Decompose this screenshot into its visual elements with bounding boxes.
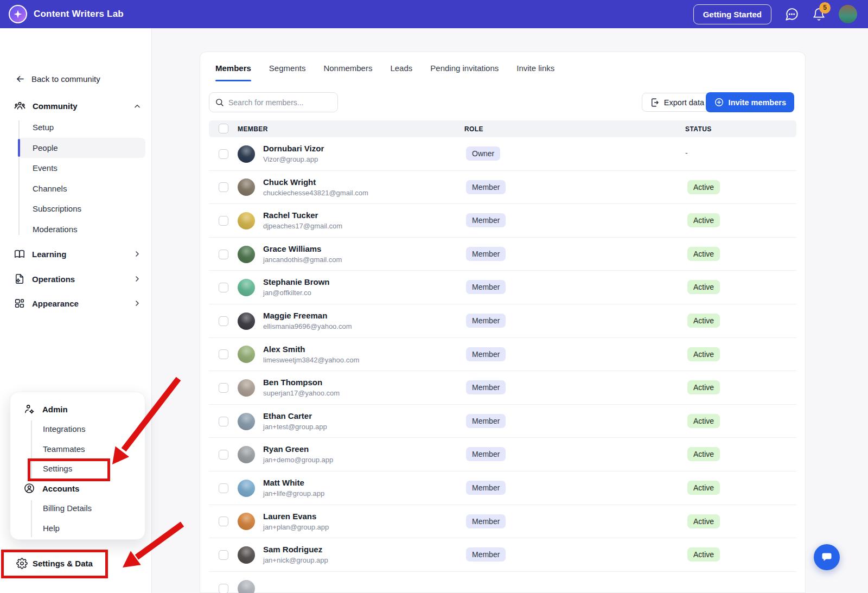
export-data-button[interactable]: Export data bbox=[642, 93, 712, 112]
sidebar-section-community[interactable]: Community bbox=[14, 100, 142, 112]
members-table-body: Dornubari Vizor Vizor@group.app Owner - … bbox=[209, 137, 796, 593]
messages-button[interactable] bbox=[784, 7, 799, 22]
member-avatar bbox=[238, 246, 255, 263]
sidebar-item-label: Subscriptions bbox=[33, 204, 81, 213]
operations-section-label: Operations bbox=[32, 275, 75, 284]
sidebar-item[interactable]: People bbox=[18, 138, 145, 158]
row-checkbox[interactable] bbox=[219, 483, 228, 493]
status-badge: Active bbox=[687, 314, 720, 328]
table-row: Ethan Carter jan+test@group.app Member A… bbox=[209, 405, 796, 438]
row-checkbox[interactable] bbox=[219, 283, 228, 292]
app-logo bbox=[9, 5, 27, 23]
row-checkbox[interactable] bbox=[219, 149, 228, 159]
accounts-subitem[interactable]: Billing Details bbox=[10, 499, 145, 519]
settings-and-data-link[interactable]: Settings & Data bbox=[16, 558, 93, 569]
sidebar-item[interactable]: Moderations bbox=[18, 219, 145, 240]
table-header: MEMBER ROLE STATUS bbox=[209, 120, 796, 137]
search-input[interactable] bbox=[228, 98, 332, 107]
tab[interactable]: Nonmembers bbox=[323, 63, 372, 75]
member-email: chuckiechesse43821@gmail.com bbox=[263, 189, 368, 197]
sidebar-section-learning[interactable]: Learning bbox=[14, 244, 142, 264]
sidebar-item[interactable]: Setup bbox=[18, 117, 145, 138]
table-row: Stephanie Brown jan@offkilter.co Member … bbox=[209, 271, 796, 304]
member-email: jan+test@group.app bbox=[263, 423, 327, 431]
notifications-button[interactable]: 5 bbox=[812, 8, 826, 21]
member-email: superjan17@yahoo.com bbox=[263, 389, 340, 397]
column-header-status: STATUS bbox=[685, 125, 712, 133]
members-tabs: Members Segments Nonmembers Leads Pendin… bbox=[215, 63, 554, 75]
gear-icon bbox=[16, 558, 28, 569]
member-name: Lauren Evans bbox=[263, 512, 316, 521]
select-all-checkbox[interactable] bbox=[219, 124, 228, 133]
account-circle-icon bbox=[23, 482, 35, 494]
table-row: Ryan Green jan+demo@group.app Member Act… bbox=[209, 438, 796, 471]
getting-started-button[interactable]: Getting Started bbox=[693, 4, 771, 24]
row-checkbox[interactable] bbox=[219, 417, 228, 426]
table-row bbox=[209, 572, 796, 593]
role-badge: Member bbox=[466, 414, 506, 428]
admin-subitem-label: Integrations bbox=[43, 424, 85, 433]
table-row: Dornubari Vizor Vizor@group.app Owner - bbox=[209, 137, 796, 171]
table-row: Matt White jan+life@group.app Member Act… bbox=[209, 471, 796, 505]
member-avatar bbox=[238, 145, 255, 163]
table-row: Lauren Evans jan+plan@group.app Member A… bbox=[209, 505, 796, 539]
invite-members-button[interactable]: Invite members bbox=[706, 92, 794, 112]
member-avatar bbox=[238, 313, 255, 330]
tab[interactable]: Pending invitations bbox=[430, 63, 499, 75]
sidebar-item[interactable]: Events bbox=[18, 158, 145, 178]
tab[interactable]: Leads bbox=[390, 63, 412, 75]
sidebar-section-accounts[interactable]: Accounts bbox=[10, 479, 145, 499]
row-checkbox[interactable] bbox=[219, 550, 228, 560]
tab[interactable]: Segments bbox=[269, 63, 306, 75]
member-avatar bbox=[238, 446, 255, 463]
member-avatar bbox=[238, 178, 255, 196]
chat-launcher-icon bbox=[820, 551, 833, 564]
tab[interactable]: Invite links bbox=[516, 63, 554, 75]
row-checkbox[interactable] bbox=[219, 182, 228, 192]
accounts-subitem-label: Help bbox=[43, 524, 60, 533]
row-checkbox[interactable] bbox=[219, 216, 228, 226]
admin-subitem[interactable]: Integrations bbox=[10, 419, 145, 439]
accounts-subitem[interactable]: Help bbox=[10, 518, 145, 538]
user-avatar[interactable] bbox=[839, 5, 857, 23]
role-badge: Owner bbox=[466, 146, 500, 161]
sidebar-item[interactable]: Channels bbox=[18, 178, 145, 199]
chat-launcher-button[interactable] bbox=[814, 544, 840, 570]
row-checkbox[interactable] bbox=[219, 349, 228, 359]
admin-subitem[interactable]: Settings bbox=[10, 459, 145, 479]
accounts-section-label: Accounts bbox=[42, 484, 79, 493]
document-gear-icon bbox=[14, 273, 25, 285]
status-badge: Active bbox=[687, 514, 720, 528]
sidebar-section-admin[interactable]: Admin bbox=[10, 399, 145, 419]
export-icon bbox=[650, 98, 660, 107]
row-checkbox[interactable] bbox=[219, 584, 228, 593]
learning-section-label: Learning bbox=[32, 250, 66, 259]
table-row: Chuck Wright chuckiechesse43821@gmail.co… bbox=[209, 171, 796, 205]
member-name: Grace Williams bbox=[263, 244, 321, 253]
member-email: djpeaches17@gmail.com bbox=[263, 222, 342, 230]
sidebar-section-appearance[interactable]: Appearance bbox=[14, 294, 142, 313]
accounts-subitem-label: Billing Details bbox=[43, 503, 92, 513]
member-email: jan@offkilter.co bbox=[263, 289, 311, 297]
back-to-community-link[interactable]: Back to community bbox=[15, 74, 100, 84]
admin-subitem-label: Teammates bbox=[43, 444, 85, 454]
sidebar-item[interactable]: Subscriptions bbox=[18, 199, 145, 219]
member-name: Sam Rodriguez bbox=[263, 545, 322, 554]
admin-subitem[interactable]: Teammates bbox=[10, 439, 145, 459]
row-checkbox[interactable] bbox=[219, 450, 228, 460]
row-checkbox[interactable] bbox=[219, 383, 228, 393]
tab-label: Members bbox=[215, 63, 251, 73]
row-checkbox[interactable] bbox=[219, 316, 228, 326]
sidebar-section-operations[interactable]: Operations bbox=[14, 269, 142, 289]
table-row: Rachel Tucker djpeaches17@gmail.com Memb… bbox=[209, 204, 796, 238]
top-header: Content Writers Lab Getting Started 5 bbox=[0, 0, 868, 28]
member-search bbox=[209, 92, 338, 112]
status-badge: Active bbox=[687, 247, 720, 261]
row-checkbox[interactable] bbox=[219, 250, 228, 259]
accounts-items-list: Billing Details Help bbox=[10, 499, 145, 538]
chevron-up-icon bbox=[133, 102, 142, 111]
member-name: Matt White bbox=[263, 478, 304, 487]
tab[interactable]: Members bbox=[215, 63, 251, 75]
appearance-section-label: Appearance bbox=[32, 299, 79, 308]
row-checkbox[interactable] bbox=[219, 517, 228, 526]
